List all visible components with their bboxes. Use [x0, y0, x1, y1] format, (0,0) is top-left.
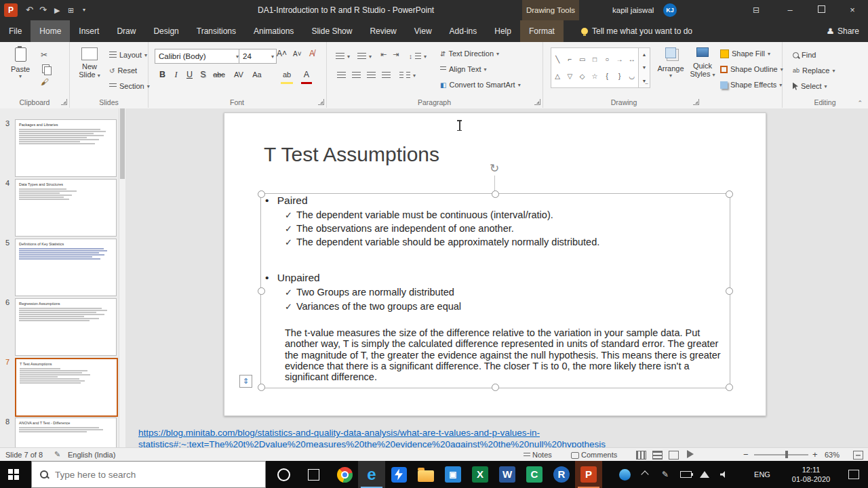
- columns-button[interactable]: ▾: [399, 69, 416, 81]
- slideshow-view-icon[interactable]: [687, 450, 694, 458]
- clock[interactable]: 12:11 01-08-2020: [785, 461, 837, 488]
- select-button[interactable]: Select▾: [793, 80, 827, 92]
- share-button[interactable]: 👤︎ Share: [818, 20, 868, 42]
- text-highlight-button[interactable]: ab: [281, 68, 293, 84]
- thumbnail-slide-5[interactable]: Definitions of Key Statistics: [15, 239, 117, 296]
- action-center-button[interactable]: [841, 461, 867, 488]
- align-left-button[interactable]: [336, 69, 347, 83]
- tab-slide-show[interactable]: Slide Show: [302, 20, 361, 42]
- taskbar-app-window[interactable]: ▣: [439, 461, 467, 488]
- justify-button[interactable]: [380, 69, 391, 83]
- shape-rectangle-icon[interactable]: ▭: [577, 54, 587, 64]
- selection-handle-top-center[interactable]: [492, 190, 499, 198]
- quick-styles-button[interactable]: Quick Styles ▾: [688, 47, 717, 78]
- taskbar-app-file-explorer[interactable]: [412, 461, 439, 488]
- tab-review[interactable]: Review: [361, 20, 405, 42]
- shape-arc-icon[interactable]: ⌐: [565, 54, 575, 64]
- minimize-button[interactable]: –: [774, 0, 806, 20]
- clear-formatting-icon[interactable]: A̸: [309, 49, 315, 58]
- reading-view-icon[interactable]: [669, 451, 679, 460]
- increase-indent-icon[interactable]: ⇥: [393, 50, 399, 59]
- language-switcher[interactable]: ENG: [749, 461, 776, 488]
- cut-icon[interactable]: ✂: [41, 50, 47, 60]
- tab-home[interactable]: Home: [31, 20, 70, 42]
- increase-font-size-icon[interactable]: A˄: [277, 49, 287, 58]
- task-view-button[interactable]: [300, 461, 327, 488]
- shape-brace-right-icon[interactable]: }: [614, 71, 625, 81]
- decrease-indent-icon[interactable]: ⇤: [380, 50, 387, 59]
- shape-effects-button[interactable]: Shape Effects▾: [720, 79, 782, 91]
- tab-file[interactable]: File: [0, 20, 31, 42]
- strikethrough-button[interactable]: abc: [210, 68, 228, 82]
- taskbar-app-chrome[interactable]: [331, 461, 358, 488]
- zoom-slider-track[interactable]: [754, 454, 808, 455]
- thumbnail-slide-4[interactable]: Data Types and Structures: [15, 179, 117, 237]
- zoom-out-button[interactable]: −: [743, 449, 749, 460]
- format-painter-icon[interactable]: 🖌︎: [41, 77, 49, 87]
- align-text-button[interactable]: Align Text▾: [440, 63, 487, 75]
- tray-news-button[interactable]: [614, 461, 635, 488]
- drawing-dialog-launcher[interactable]: [693, 99, 699, 105]
- shape-line-icon[interactable]: ╲: [553, 54, 563, 64]
- copy-icon[interactable]: [42, 64, 50, 73]
- shape-star-icon[interactable]: ☆: [589, 71, 599, 81]
- line-spacing-button[interactable]: ↕▾: [409, 50, 427, 62]
- change-case-button[interactable]: Aa: [250, 68, 264, 82]
- gallery-up-icon[interactable]: ▲: [639, 52, 650, 57]
- account-avatar[interactable]: KJ: [663, 3, 677, 17]
- rotate-handle-icon[interactable]: ↻: [488, 162, 501, 176]
- text-shadow-button[interactable]: S: [197, 68, 210, 82]
- tab-help[interactable]: Help: [486, 20, 520, 42]
- convert-smartart-button[interactable]: ◧ Convert to SmartArt▾: [440, 79, 521, 91]
- selection-handle-bottom-center[interactable]: [492, 384, 499, 391]
- taskbar-app-rstudio[interactable]: R: [548, 461, 575, 488]
- paste-button[interactable]: Paste ▾: [7, 47, 34, 79]
- shape-inverted-triangle-icon[interactable]: ▽: [565, 71, 575, 81]
- taskbar-app-word[interactable]: W: [494, 461, 521, 488]
- shape-arrow-icon[interactable]: →: [614, 54, 625, 64]
- shape-diamond-icon[interactable]: ◇: [577, 71, 587, 81]
- taskbar-app-green[interactable]: C: [521, 461, 548, 488]
- slide-title[interactable]: T Test Assumptions: [264, 143, 439, 166]
- decrease-font-size-icon[interactable]: A˅: [293, 50, 302, 58]
- tab-draw[interactable]: Draw: [108, 20, 144, 42]
- align-center-button[interactable]: [351, 69, 361, 83]
- close-button[interactable]: ×: [837, 0, 868, 20]
- hyperlink[interactable]: https://blog.minitab.com/blog/statistics…: [138, 427, 654, 447]
- tray-volume[interactable]: [715, 461, 732, 488]
- start-slideshow-icon[interactable]: ▶: [54, 0, 60, 20]
- proofing-icon[interactable]: ✎: [54, 450, 60, 459]
- undo-icon[interactable]: ↶: [26, 0, 33, 20]
- collapse-ribbon-icon[interactable]: ⌃: [857, 100, 863, 106]
- italic-button[interactable]: I: [170, 68, 182, 82]
- tell-me-box[interactable]: Tell me what you want to do: [581, 20, 692, 42]
- taskbar-app-edge[interactable]: e: [358, 461, 385, 488]
- thumbnail-slide-3[interactable]: Packages and Libraries: [15, 119, 117, 177]
- language-indicator[interactable]: English (India): [68, 451, 115, 459]
- taskbar-app-powerpoint[interactable]: P: [575, 461, 602, 488]
- gallery-more-icon[interactable]: ▼̲: [639, 79, 650, 83]
- replace-button[interactable]: ab Replace▾: [793, 64, 835, 77]
- selection-handle-bottom-right[interactable]: [726, 384, 733, 391]
- taskbar-app-excel[interactable]: X: [467, 461, 494, 488]
- font-name-combo[interactable]: Calibri (Body)▾: [155, 49, 241, 64]
- align-right-button[interactable]: [366, 69, 376, 83]
- zoom-in-button[interactable]: +: [812, 449, 818, 460]
- comments-button[interactable]: Comments: [571, 451, 617, 459]
- current-slide[interactable]: T Test Assumptions ↻ ⇕ • Paired: [224, 113, 766, 416]
- shape-double-arrow-icon[interactable]: ↔: [627, 54, 637, 64]
- thumbnail-slide-6[interactable]: Regression Assumptions: [15, 298, 117, 356]
- find-button[interactable]: Find: [793, 49, 816, 61]
- shape-smile-icon[interactable]: ◡: [627, 71, 637, 81]
- clipboard-dialog-launcher[interactable]: [61, 99, 67, 105]
- display-settings-icon[interactable]: ⊟: [753, 0, 760, 20]
- start-button[interactable]: [0, 461, 27, 488]
- shape-outline-button[interactable]: Shape Outline▾: [720, 63, 783, 75]
- selection-handle-top-left[interactable]: [258, 190, 265, 198]
- numbering-button[interactable]: ▾: [357, 50, 372, 62]
- show-hidden-icons-button[interactable]: [636, 461, 654, 488]
- shape-triangle-icon[interactable]: △: [553, 71, 563, 81]
- font-dialog-launcher[interactable]: [318, 99, 324, 105]
- bullets-button[interactable]: ▾: [336, 50, 350, 62]
- autofit-options-button[interactable]: ⇕: [239, 375, 252, 388]
